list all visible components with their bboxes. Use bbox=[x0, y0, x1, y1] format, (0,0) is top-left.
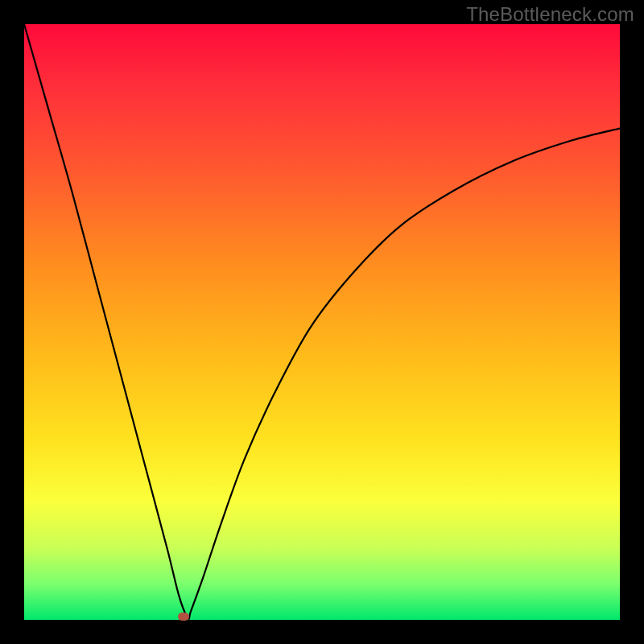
watermark-text: TheBottleneck.com bbox=[466, 3, 634, 26]
chart-svg bbox=[24, 24, 620, 620]
optimum-marker bbox=[178, 613, 189, 621]
bottleneck-curve bbox=[24, 24, 620, 619]
chart-plot-area bbox=[24, 24, 620, 620]
